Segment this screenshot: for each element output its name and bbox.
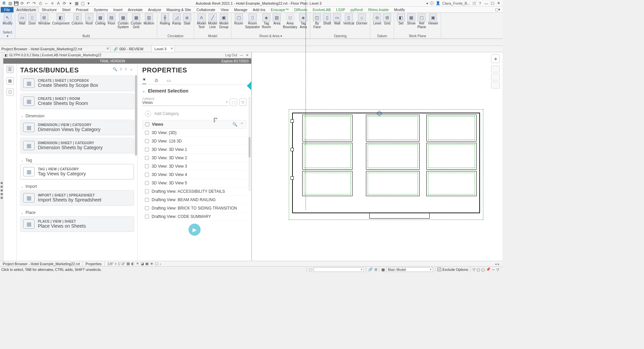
filter-icon[interactable]: ▽: [239, 99, 247, 106]
views-list-header[interactable]: Views 🔍 ⌃: [142, 120, 247, 129]
chevron-up-icon[interactable]: ⌃: [240, 122, 244, 127]
doctab-review[interactable]: 🔗 000 - REVIEW: [111, 46, 152, 52]
task-card[interactable]: ▦PLACE | VIEW | SHEETPlace Views on Shee…: [20, 216, 134, 232]
design-option-select[interactable]: Main Model: [386, 267, 433, 272]
section-header[interactable]: ⌄Import: [20, 182, 134, 190]
tab-annotate[interactable]: Annotate: [125, 7, 145, 12]
task-card[interactable]: ▦CREATE | SHEET | SCOPEBOXCreate Sheets …: [20, 75, 134, 91]
prop-tab-selection-icon[interactable]: ✶: [142, 77, 146, 84]
view-list-item[interactable]: 3D View: 3D View 3: [142, 162, 247, 171]
checkbox[interactable]: [145, 173, 149, 177]
view-list-item[interactable]: Drafting View: BRICK TO SIDING TRANSITIO…: [142, 204, 247, 213]
doctab-project-browser[interactable]: Project Browser - Hotel Example_Marketin…: [0, 46, 111, 52]
tab-evolvelab[interactable]: EvolveLAB: [310, 7, 333, 12]
tab-collaborate[interactable]: Collaborate: [194, 7, 218, 12]
select-underlay-icon[interactable]: ▢: [481, 268, 485, 272]
redo-icon[interactable]: ↷: [32, 1, 37, 6]
open-icon[interactable]: ▤: [7, 1, 13, 6]
checkbox[interactable]: [145, 215, 149, 219]
ribbon-button[interactable]: ▢RefPlane: [417, 13, 427, 34]
reveal-icon[interactable]: ▢: [155, 261, 158, 266]
checkbox[interactable]: [145, 198, 149, 202]
design-options[interactable]: ▦ Main Model: [379, 267, 435, 272]
switch-window-icon[interactable]: ▾: [86, 1, 91, 6]
tab-ls3p[interactable]: LS3P: [333, 7, 348, 12]
view-cube-icon[interactable]: ◈: [491, 54, 500, 63]
ribbon-button[interactable]: ▦CurtainSystem: [117, 13, 129, 34]
select-links-icon[interactable]: ▢: [477, 268, 480, 272]
select-pinned-icon[interactable]: 📌: [486, 267, 490, 272]
select-in-model-icon[interactable]: ⬚: [230, 99, 237, 106]
minimize-icon[interactable]: —: [238, 53, 245, 57]
run-button[interactable]: ▶: [189, 224, 201, 236]
checkbox[interactable]: [145, 189, 149, 193]
ribbon-expand-icon[interactable]: ▢▾: [493, 7, 502, 12]
footer-tab-properties[interactable]: Properties: [83, 261, 105, 266]
tab-insert[interactable]: Insert: [111, 7, 125, 12]
ribbon-button[interactable]: ◿Ramp: [171, 13, 182, 34]
tab-architecture[interactable]: Architecture: [13, 7, 39, 13]
close-icon[interactable]: ✕: [106, 47, 109, 50]
view-list-item[interactable]: Drafting View: ACCESSIBILITY DETAILS: [142, 187, 247, 196]
tab-precast[interactable]: Precast: [73, 7, 91, 12]
sync-icon[interactable]: ⟳: [19, 1, 25, 6]
worksets-area[interactable]: ⬚: [307, 267, 366, 272]
task-card[interactable]: ▦IMPORT | SHEET | SPREADSHEETImport Shee…: [20, 190, 134, 206]
task-card[interactable]: ▦DIMENSION | SHEET | CATEGORYDimension S…: [20, 138, 134, 153]
ribbon-button[interactable]: ▤Floor: [107, 13, 116, 34]
ribbon-button[interactable]: ╱ModelLine: [207, 13, 218, 34]
info-icon[interactable]: ⓘ: [430, 1, 434, 6]
drag-icon[interactable]: ↔: [492, 268, 495, 272]
ribbon-button[interactable]: ▯Column: [71, 13, 84, 34]
ribbon-button[interactable]: ▢Room: [233, 13, 244, 34]
view-list-item[interactable]: 3D View: 3D View 5: [142, 179, 247, 187]
checkbox[interactable]: [145, 181, 149, 185]
view-list-item[interactable]: 3D View: 3D View 2: [142, 154, 247, 162]
tab-diroots[interactable]: DiRoots: [291, 7, 310, 12]
shadows-icon[interactable]: ◪: [141, 261, 144, 266]
checkbox[interactable]: ✓: [437, 268, 441, 271]
thin-lines-icon[interactable]: ▦: [74, 1, 79, 6]
ribbon-button[interactable]: ≣Stair: [182, 13, 192, 34]
nav-info-icon[interactable]: ⓘ: [6, 89, 14, 96]
ribbon-button[interactable]: ▯Shaft: [322, 13, 332, 34]
drawing-canvas[interactable]: ◈: [252, 52, 502, 261]
file-tab[interactable]: File: [1, 7, 13, 12]
ribbon-button[interactable]: ▣Viewer: [427, 13, 439, 34]
tab-rhino[interactable]: Rhino.Inside: [366, 7, 391, 12]
task-card[interactable]: ▦CREATE | SHEET | ROOMCreate Sheets by R…: [20, 94, 134, 109]
tab-structure[interactable]: Structure: [39, 7, 59, 12]
filter-icon[interactable]: ▽: [473, 268, 475, 272]
view-list-item[interactable]: 3D View: 3D View 4: [142, 171, 247, 179]
add-icon[interactable]: ＋: [129, 67, 133, 72]
prop-tab-card-icon[interactable]: ▭: [167, 78, 171, 83]
section-header[interactable]: ⌄Dimension: [20, 112, 134, 120]
ribbon-button[interactable]: ▥Mullion: [143, 13, 155, 34]
modify-button[interactable]: ↖ Modify: [2, 13, 13, 30]
ribbon-button[interactable]: ⌷Door: [28, 13, 37, 34]
search-icon[interactable]: 🔍: [113, 67, 117, 72]
checkbox[interactable]: [145, 131, 149, 135]
download-icon[interactable]: ⇩: [119, 67, 122, 72]
ribbon-button[interactable]: AModelText: [196, 13, 207, 34]
checkbox[interactable]: [145, 164, 149, 168]
tab-systems[interactable]: Systems: [91, 7, 110, 12]
ribbon-button[interactable]: ⊖Level: [372, 13, 382, 34]
tab-steel[interactable]: Steel: [59, 7, 73, 12]
doctab-level3[interactable]: Level 3 ✕: [152, 46, 175, 52]
undo-icon[interactable]: ↶: [25, 1, 31, 6]
text-icon[interactable]: A: [56, 1, 61, 6]
tab-manage[interactable]: Manage: [231, 7, 250, 12]
checkbox[interactable]: [145, 148, 149, 152]
ribbon-button[interactable]: ⊞Grid: [382, 13, 392, 34]
ribbon-button[interactable]: ⊞Window: [38, 13, 51, 34]
ribbon-button[interactable]: ⌂Dormer: [356, 13, 368, 34]
add-category-button[interactable]: ＋ Add Category: [142, 109, 247, 120]
footer-tab-project-browser[interactable]: Project Browser - Hotel Example_Marketin…: [0, 261, 83, 266]
ribbon-button[interactable]: ◈TagRoom: [261, 13, 272, 34]
checkbox[interactable]: [145, 206, 149, 210]
workset-select[interactable]: [314, 267, 364, 272]
save-icon[interactable]: 💾: [13, 1, 19, 6]
tab-analyze[interactable]: Analyze: [145, 7, 164, 12]
upload-icon[interactable]: ⇧: [124, 67, 127, 72]
